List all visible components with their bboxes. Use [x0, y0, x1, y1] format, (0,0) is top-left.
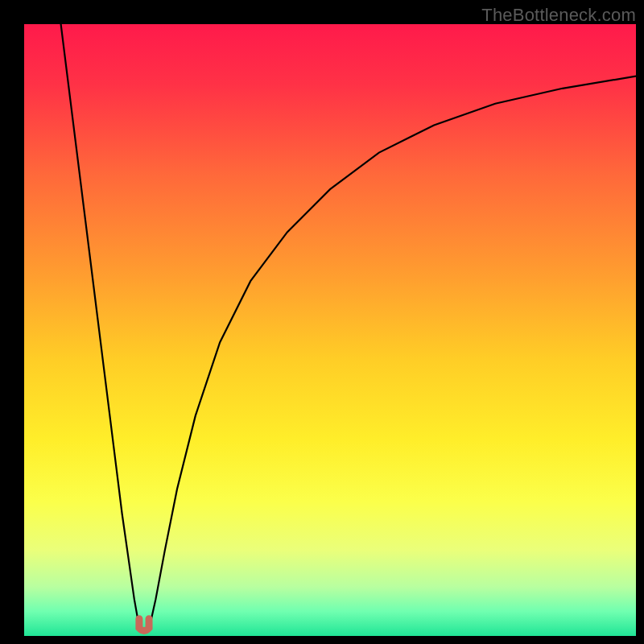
- chart-frame: TheBottleneck.com: [0, 0, 644, 644]
- gradient-background: [24, 24, 636, 636]
- bottleneck-chart: [24, 24, 636, 636]
- watermark-text: TheBottleneck.com: [481, 5, 636, 26]
